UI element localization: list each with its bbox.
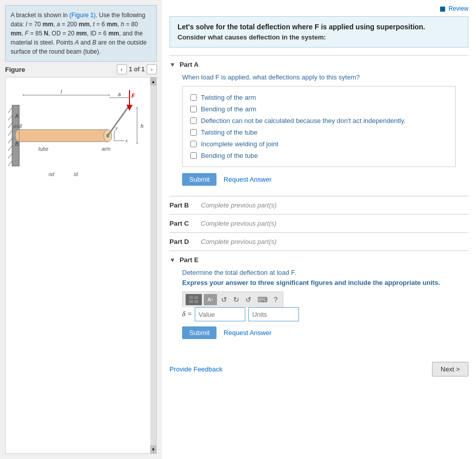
math-help-button[interactable]: ? <box>272 295 280 305</box>
figure-nav: ‹ 1 of 1 › <box>117 64 157 74</box>
svg-text:a: a <box>118 92 121 97</box>
checkbox-no-calc[interactable] <box>190 117 197 124</box>
figure-next-button[interactable]: › <box>147 64 157 74</box>
matrix-icon <box>189 296 199 304</box>
part-a-header[interactable]: ▼ Part A <box>169 61 468 68</box>
math-keyboard-button[interactable]: ⌨ <box>255 295 270 305</box>
svg-rect-39 <box>189 300 193 303</box>
bottom-bar: Provide Feedback Next > <box>169 354 468 379</box>
option-bending-tube[interactable]: Bending of the tube <box>190 150 448 161</box>
math-redo-button[interactable]: ↻ <box>231 295 241 305</box>
problem-text-intro: A bracket is shown in <box>11 12 69 19</box>
svg-line-6 <box>8 146 12 151</box>
svg-line-5 <box>8 138 12 143</box>
svg-line-4 <box>8 131 12 136</box>
option-twisting-arm[interactable]: Twisting of the arm <box>190 92 448 103</box>
scroll-bar[interactable]: ▲ ▼ <box>150 77 156 453</box>
option-no-calc[interactable]: Deflection can not be calculated because… <box>190 115 448 127</box>
left-panel: A bracket is shown in (Figure 1). Use th… <box>0 0 162 459</box>
svg-text:id: id <box>74 172 78 177</box>
part-e-content: Determine the total deflection at load F… <box>169 264 468 344</box>
svg-text:od: od <box>49 172 55 177</box>
part-c-status: Complete previous part(s) <box>201 220 277 227</box>
part-a-content: When load F is applied, what deflections… <box>169 68 468 191</box>
part-a-submit-button[interactable]: Submit <box>182 173 217 186</box>
part-a-request-answer-link[interactable]: Request Answer <box>224 176 272 183</box>
next-button[interactable]: Next > <box>432 362 468 377</box>
part-a-buttons: Submit Request Answer <box>182 173 456 186</box>
svg-text:wall: wall <box>13 123 22 129</box>
part-e-header[interactable]: ▼ Part E <box>169 256 468 264</box>
value-input[interactable] <box>195 307 245 321</box>
part-a-question: When load F is applied, what deflections… <box>182 73 456 81</box>
right-panel: Review Let's solve for the total deflect… <box>162 0 476 459</box>
figure-page-info: 1 of 1 <box>129 66 145 73</box>
units-input[interactable] <box>248 307 299 321</box>
svg-line-8 <box>8 161 12 166</box>
main-question-box: Let's solve for the total deflection whe… <box>169 16 468 48</box>
svg-line-3 <box>8 123 12 128</box>
review-icon <box>440 7 445 12</box>
figure-label: Figure <box>5 66 25 73</box>
figure-scroll-container: tube arm wall F A B <box>5 77 157 454</box>
figure-prev-button[interactable]: ‹ <box>117 64 127 74</box>
part-b-status: Complete previous part(s) <box>201 201 277 209</box>
svg-rect-38 <box>194 296 198 299</box>
math-undo-button[interactable]: ↺ <box>219 295 229 305</box>
review-section: Review <box>169 5 468 12</box>
checkbox-twisting-tube[interactable] <box>190 129 197 136</box>
svg-text:A: A <box>15 113 19 119</box>
review-link[interactable]: Review <box>449 5 468 12</box>
option-bending-arm[interactable]: Bending of the arm <box>190 103 448 115</box>
checkbox-twisting-arm[interactable] <box>190 94 197 101</box>
svg-text:tube: tube <box>38 146 49 152</box>
svg-text:h: h <box>141 123 144 129</box>
figure-header: Figure ‹ 1 of 1 › <box>5 62 157 77</box>
math-btn-aplus[interactable]: A+ <box>204 294 217 305</box>
part-e-description: Determine the total deflection at load F… <box>182 269 456 276</box>
figure-link[interactable]: (Figure 1) <box>69 12 96 19</box>
figure-area: Figure ‹ 1 of 1 › <box>5 62 157 454</box>
svg-text:x: x <box>125 138 128 143</box>
part-d-section: Part D Complete previous part(s) <box>169 232 468 251</box>
problem-text-box: A bracket is shown in (Figure 1). Use th… <box>5 5 157 62</box>
option-twisting-tube[interactable]: Twisting of the tube <box>190 127 448 138</box>
checkbox-options: Twisting of the arm Bending of the arm D… <box>182 86 456 167</box>
part-e-request-answer-link[interactable]: Request Answer <box>224 329 272 337</box>
main-question-subtitle: Consider what causes deflection in the s… <box>178 33 460 41</box>
math-btn-ab[interactable] <box>186 294 202 305</box>
provide-feedback-link[interactable]: Provide Feedback <box>169 365 223 373</box>
part-a-section: ▼ Part A When load F is applied, what de… <box>169 55 468 196</box>
math-reset-button[interactable]: ↺ <box>243 295 253 305</box>
part-b-section: Part B Complete previous part(s) <box>169 196 468 214</box>
svg-rect-10 <box>19 130 108 142</box>
svg-text:F: F <box>132 93 135 99</box>
svg-rect-40 <box>194 300 198 303</box>
part-a-arrow: ▼ <box>169 61 176 68</box>
part-e-submit-button[interactable]: Submit <box>182 326 217 339</box>
part-b-label: Part B <box>169 201 195 209</box>
part-c-section: Part C Complete previous part(s) <box>169 214 468 232</box>
part-e-buttons: Submit Request Answer <box>182 326 456 339</box>
svg-line-16 <box>108 105 129 136</box>
svg-text:y: y <box>115 126 118 131</box>
bracket-diagram: tube arm wall F A B <box>8 80 145 181</box>
part-e-label: Part E <box>180 256 199 264</box>
svg-line-7 <box>8 153 12 158</box>
scroll-up-button[interactable]: ▲ <box>150 77 156 86</box>
checkbox-bending-arm[interactable] <box>190 106 197 112</box>
scroll-down-button[interactable]: ▼ <box>150 445 156 453</box>
svg-text:arm: arm <box>102 146 110 152</box>
figure-svg: tube arm wall F A B <box>6 77 150 185</box>
svg-line-2 <box>8 115 12 120</box>
checkbox-incomplete-weld[interactable] <box>190 141 197 147</box>
part-d-label: Part D <box>169 238 195 245</box>
svg-line-1 <box>8 108 12 113</box>
part-e-input-row: δ = <box>182 307 456 321</box>
svg-text:B: B <box>15 141 19 147</box>
option-incomplete-weld[interactable]: Incomplete welding of joint <box>190 138 448 150</box>
checkbox-bending-tube[interactable] <box>190 152 197 159</box>
part-c-label: Part C <box>169 220 195 227</box>
part-a-label: Part A <box>180 61 199 68</box>
main-question-title: Let's solve for the total deflection whe… <box>178 23 460 31</box>
